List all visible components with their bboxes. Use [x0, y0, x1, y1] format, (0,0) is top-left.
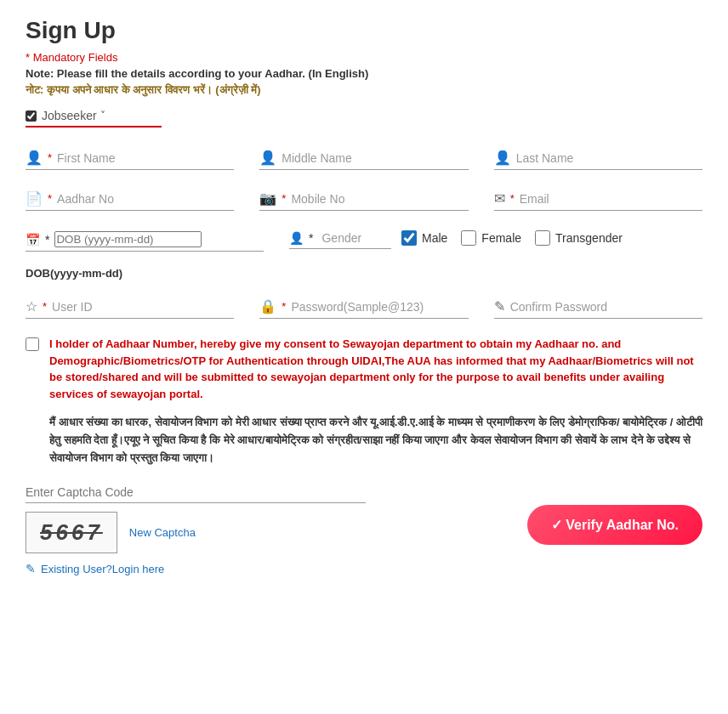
note-hi-bold: (अंग्रेज़ी में) [215, 83, 260, 96]
consent-hi-part3: के लाभ देने के उद्देश्य से [600, 434, 691, 446]
captcha-image-row: 5667 New Captcha [26, 512, 527, 553]
userid-field: ☆ * [26, 293, 234, 319]
note-en-bold: (In English) [309, 67, 369, 80]
consent-hi-part1: मैं आधार संख्या का धारक, [49, 416, 155, 428]
person-icon: 👤 [26, 150, 43, 166]
email-input[interactable] [520, 192, 702, 206]
aadhar-input[interactable] [57, 192, 234, 206]
consent-hi-part4: को प्रस्तुत किया जाएगा। [116, 451, 214, 464]
consent-checkbox[interactable] [26, 337, 39, 351]
mobile-icon: 📷 [259, 190, 276, 207]
consent-text-hindi: मैं आधार संख्या का धारक, सेवायोजन विभाग … [49, 414, 702, 467]
middle-name-input[interactable] [282, 151, 468, 165]
consent-hi-bold1: सेवायोजन विभाग [155, 416, 219, 428]
email-icon: ✉ [494, 190, 505, 207]
password-field: 🔒 * [259, 293, 468, 319]
chevron-down-icon: ˅ [100, 110, 105, 122]
first-name-field: 👤 * [26, 144, 234, 170]
page-title: Sign Up [26, 17, 702, 44]
login-link[interactable]: Existing User?Login here [41, 563, 164, 575]
dob-gender-row: 📅 * 👤 * Gender Male Female Transgender [26, 226, 702, 252]
note-en-text: Please fill the details according to you… [57, 67, 305, 80]
captcha-left: 5667 New Captcha [26, 480, 527, 553]
jobseeker-dropdown[interactable]: Jobseeker ˅ [26, 109, 162, 128]
jobseeker-checkbox[interactable] [26, 110, 37, 122]
gender-label-field: 👤 * Gender [289, 226, 391, 249]
contact-row: 📄 * 📷 * ✉ * [26, 185, 702, 211]
male-label: Male [422, 231, 447, 245]
dob-hint: DOB(yyyy-mm-dd) [26, 267, 702, 280]
dob-input[interactable] [54, 231, 202, 247]
jobseeker-label: Jobseeker [42, 109, 97, 122]
consent-hi-bold2: सेवायोजन विभाग की सेवायें [494, 434, 596, 446]
middle-name-field: 👤 [259, 144, 468, 170]
consent-hi-bold3: सेवायोजन विभाग [49, 451, 113, 464]
person-icon-2: 👤 [259, 150, 276, 166]
note-english: Note: Please fill the details according … [26, 67, 702, 80]
login-link-row: ✎ Existing User?Login here [26, 562, 702, 575]
edit-icon: ✎ [26, 562, 36, 575]
gender-label: Gender [321, 231, 361, 245]
first-name-input[interactable] [57, 151, 234, 165]
calendar-icon: 📅 [26, 233, 40, 246]
verify-aadhar-button[interactable]: ✓ Verify Aadhar No. [527, 505, 702, 545]
star-icon: ☆ [26, 298, 37, 314]
captcha-section: 5667 New Captcha ✓ Verify Aadhar No. [26, 480, 702, 553]
male-option[interactable]: Male [401, 230, 447, 246]
password-input[interactable] [291, 300, 468, 314]
gender-options: Male Female Transgender [401, 230, 623, 246]
person-icon-4: 👤 [289, 231, 304, 245]
auth-row: ☆ * 🔒 * ✎ [26, 293, 702, 319]
captcha-image: 5667 [26, 512, 117, 553]
gender-section: 👤 * Gender Male Female Transgender [289, 226, 702, 249]
female-option[interactable]: Female [461, 230, 521, 246]
lock-icon: 🔒 [259, 298, 276, 314]
note-hi-prefix: नोट: [26, 83, 43, 96]
transgender-checkbox[interactable] [535, 230, 550, 246]
transgender-label: Transgender [555, 231, 623, 245]
mobile-field: 📷 * [259, 185, 468, 211]
userid-input[interactable] [52, 300, 234, 314]
consent-section: I holder of Aadhaar Number, hereby give … [26, 336, 702, 402]
last-name-field: 👤 [494, 144, 702, 170]
confirm-password-field: ✎ [494, 293, 702, 319]
note-en-prefix: Note: [26, 67, 54, 80]
aadhar-field: 📄 * [26, 185, 234, 211]
female-checkbox[interactable] [461, 230, 476, 246]
mandatory-label: * Mandatory Fields [26, 51, 702, 64]
dob-field: 📅 * [26, 226, 264, 252]
id-card-icon: 📄 [26, 190, 43, 207]
note-hi-text: कृपया अपने आधार के अनुसार विवरण भरें। [47, 83, 213, 96]
pencil-icon: ✎ [494, 298, 505, 314]
person-icon-3: 👤 [494, 150, 511, 166]
note-hindi: नोट: कृपया अपने आधार के अनुसार विवरण भरे… [26, 83, 702, 97]
captcha-input-field [26, 480, 366, 503]
email-field: ✉ * [494, 185, 702, 211]
last-name-input[interactable] [516, 151, 702, 165]
consent-text-english: I holder of Aadhaar Number, hereby give … [49, 336, 702, 402]
transgender-option[interactable]: Transgender [535, 230, 623, 246]
female-label: Female [481, 231, 521, 245]
confirm-password-input[interactable] [510, 300, 702, 314]
name-row: 👤 * 👤 👤 [26, 144, 702, 170]
captcha-input[interactable] [26, 485, 366, 499]
mobile-input[interactable] [291, 192, 468, 206]
male-checkbox[interactable] [401, 230, 417, 246]
new-captcha-link[interactable]: New Captcha [129, 526, 196, 539]
